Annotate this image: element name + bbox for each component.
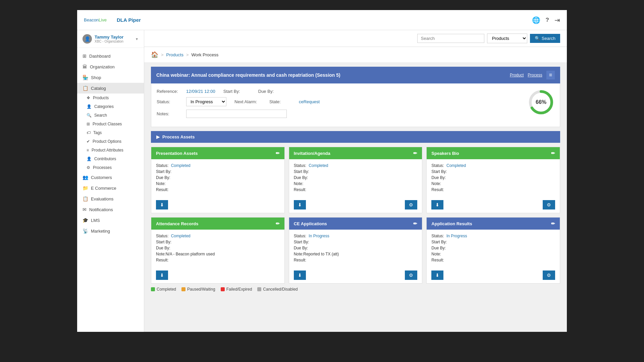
asset-status-field: Status: In Progress <box>294 234 418 238</box>
processes-icon: ⚙ <box>87 165 90 170</box>
help-icon[interactable]: ? <box>546 17 549 23</box>
asset-card-body: Status: Completed Start By: Due By: Note… <box>151 159 284 197</box>
lms-icon: 🎓 <box>83 218 88 223</box>
sidebar-item-dashboard[interactable]: ⊞ Dashboard <box>77 51 144 61</box>
asset-download-button[interactable]: ⬇ <box>156 200 168 209</box>
state-value[interactable]: ceRequest <box>299 99 320 104</box>
asset-download-button[interactable]: ⬇ <box>431 270 443 280</box>
notifications-icon: ✉ <box>83 207 87 212</box>
evaluations-icon: 📋 <box>83 196 88 201</box>
sidebar-nav: ⊞ Dashboard 🏛 Organization 🏪 Shop 📋 Cata… <box>77 48 144 332</box>
edit-icon[interactable]: ✏ <box>276 221 280 226</box>
product-options-icon: ✔ <box>87 139 90 144</box>
asset-action2-button[interactable]: ⚙ <box>405 200 417 209</box>
assets-grid: Presentation Assets ✏ Status: Completed … <box>151 147 560 284</box>
asset-note-field: Note:N/A - Beacon platform used <box>156 252 280 256</box>
asset-card-title: Attendance Records <box>156 221 198 226</box>
shop-icon: 🏪 <box>83 75 88 80</box>
sidebar-item-label: Customers <box>91 175 112 180</box>
asset-action2-button[interactable]: ⚙ <box>543 270 555 280</box>
asset-card-ce-applications: CE Applications ✏ Status: In Progress St… <box>289 217 423 284</box>
legend-item: Failed/Expired <box>221 287 252 292</box>
exit-icon[interactable]: ⇥ <box>554 16 560 24</box>
search-input[interactable] <box>417 34 484 43</box>
sidebar-item-label: Search <box>94 113 107 118</box>
edit-icon[interactable]: ✏ <box>276 150 280 156</box>
catalog-icon: 📋 <box>83 85 88 91</box>
title-bar-menu-button[interactable]: ≡ <box>546 71 555 79</box>
process-link[interactable]: Process <box>528 73 542 77</box>
sidebar-item-processes[interactable]: ⚙ Processes <box>77 163 144 172</box>
sidebar: 👤 Tammy Taylor XBC - Organization ▼ ⊞ Da… <box>77 30 144 332</box>
sidebar-item-label: Products <box>93 96 109 100</box>
sidebar-item-organization[interactable]: 🏛 Organization <box>77 61 144 72</box>
sidebar-item-product-attributes[interactable]: ≡ Product Attributes <box>77 146 144 155</box>
asset-download-button[interactable]: ⬇ <box>294 200 306 209</box>
edit-icon[interactable]: ✏ <box>551 221 555 226</box>
sidebar-item-customers[interactable]: 👥 Customers <box>77 172 144 183</box>
product-link[interactable]: Product <box>510 73 524 77</box>
asset-card-title: Application Results <box>431 221 472 226</box>
status-dropdown[interactable]: In Progress <box>186 97 226 106</box>
asset-dueby-field: Due By: <box>156 175 280 180</box>
edit-icon[interactable]: ✏ <box>551 150 555 156</box>
globe-icon[interactable]: 🌐 <box>532 16 540 24</box>
asset-action2-button[interactable]: ⚙ <box>405 270 417 280</box>
user-profile[interactable]: 👤 Tammy Taylor XBC - Organization ▼ <box>77 30 144 48</box>
product-title: China webinar: Annual compliance require… <box>156 72 340 78</box>
asset-download-button[interactable]: ⬇ <box>431 200 443 209</box>
legend-label: Cancelled/Disabled <box>263 287 298 292</box>
sidebar-item-product-options[interactable]: ✔ Product Options <box>77 137 144 146</box>
breadcrumb-products-link[interactable]: Products <box>166 52 183 57</box>
user-org: XBC - Organization <box>95 40 132 43</box>
sidebar-item-notifications[interactable]: ✉ Notifications <box>77 204 144 215</box>
legend-dot <box>181 287 185 291</box>
asset-note-field: Note:Reported to TX (att) <box>294 252 418 256</box>
status-row: Status: In Progress Next Alarm: State: c… <box>157 97 521 106</box>
sidebar-item-marketing[interactable]: 📡 Marketing <box>77 226 144 236</box>
asset-card-footer: ⬇ ⚙ <box>289 268 422 283</box>
state-label: State: <box>269 99 296 104</box>
asset-note-field: Note: <box>431 252 555 256</box>
asset-download-button[interactable]: ⬇ <box>156 270 168 280</box>
sidebar-item-shop[interactable]: 🏪 Shop <box>77 72 144 83</box>
edit-icon[interactable]: ✏ <box>413 221 417 226</box>
legend-item: Cancelled/Disabled <box>257 287 298 292</box>
asset-action2-button[interactable]: ⚙ <box>543 200 555 209</box>
edit-icon[interactable]: ✏ <box>413 150 417 156</box>
sidebar-item-label: Contributors <box>94 157 116 161</box>
asset-download-button[interactable]: ⬇ <box>294 270 306 280</box>
search-type-dropdown[interactable]: Products <box>487 34 527 43</box>
sidebar-item-tags[interactable]: 🏷 Tags <box>77 128 144 137</box>
title-bar-links: Product Process ≡ <box>510 71 555 79</box>
sidebar-item-contributors[interactable]: 👤 Contributors <box>77 155 144 163</box>
search-bar: Products 🔍 Search <box>144 30 567 47</box>
sidebar-item-label: Shop <box>91 75 101 80</box>
asset-startby-field: Start By: <box>294 240 418 244</box>
sidebar-item-lms[interactable]: 🎓 LMS <box>77 215 144 226</box>
logo-beacon: Beacon <box>84 17 99 22</box>
legend-dot <box>257 287 261 291</box>
sidebar-item-product-classes[interactable]: ⊞ Product Classes <box>77 120 144 128</box>
home-icon[interactable]: 🏠 <box>151 51 158 58</box>
sidebar-item-ecommerce[interactable]: 📁 E Commerce <box>77 183 144 193</box>
logo: BeaconLive <box>84 17 107 22</box>
asset-card-footer: ⬇ ⚙ <box>427 197 560 213</box>
process-assets-header[interactable]: ▶ Process Assets <box>151 131 560 143</box>
asset-card-title: Presentation Assets <box>156 151 198 156</box>
sidebar-item-catalog[interactable]: 📋 Catalog <box>77 83 144 94</box>
breadcrumb-sep2: > <box>186 52 189 57</box>
asset-card-header: Presentation Assets ✏ <box>151 147 284 159</box>
legend-label: Paused/Waiting <box>187 287 215 292</box>
asset-card-attendance-records: Attendance Records ✏ Status: Completed S… <box>151 217 285 284</box>
sidebar-item-search[interactable]: 🔍 Search <box>77 111 144 120</box>
sidebar-item-products[interactable]: ❖ Products <box>77 94 144 102</box>
asset-dueby-field: Due By: <box>431 246 555 250</box>
notes-input[interactable] <box>186 110 287 118</box>
sidebar-item-evaluations[interactable]: 📋 Evaluations <box>77 193 144 204</box>
asset-status-field: Status: In Progress <box>431 234 555 238</box>
asset-card-speakers-bio: Speakers Bio ✏ Status: Completed Start B… <box>426 147 560 213</box>
sidebar-item-categories[interactable]: 👤 Categories <box>77 102 144 111</box>
search-button[interactable]: 🔍 Search <box>530 34 560 43</box>
notes-row: Notes: <box>157 110 521 118</box>
